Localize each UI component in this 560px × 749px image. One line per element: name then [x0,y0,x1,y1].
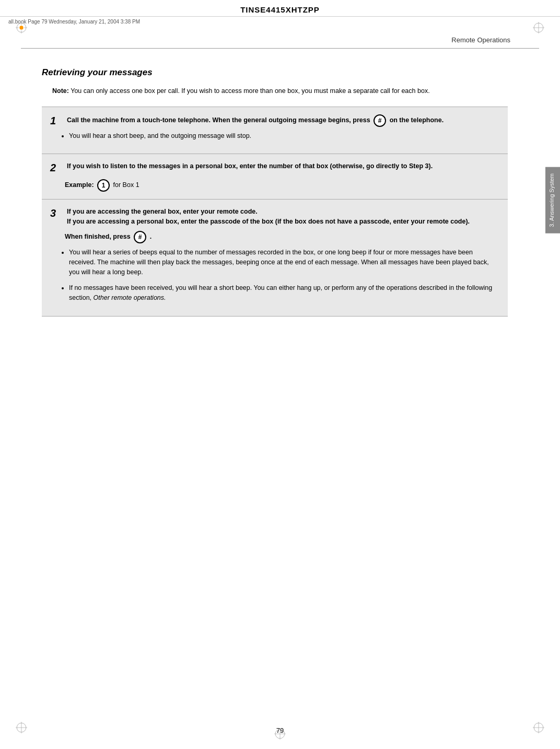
step-2-example: Example: 1 for Box 1 [65,179,497,192]
step-1-number: 1 [50,114,65,127]
example-icon: 1 [97,179,110,192]
step-1-text-before-icon: Call the machine from a touch-tone telep… [67,116,370,124]
reg-mark-bc [274,728,286,740]
main-content: Retrieving your messages Note: You can o… [0,49,539,327]
step-3-line2: If you are accessing a personal box, ent… [67,217,470,227]
step-2-text: If you wish to listen to the messages in… [67,161,433,171]
note-bold-label: Note: [52,87,69,95]
example-label: Example: [65,181,94,189]
reg-mark-tr [533,22,544,33]
page-header: Remote Operations [21,27,539,49]
step-3-section: 3 If you are accessing the general box, … [42,200,508,315]
note-paragraph: Note: You can only access one box per ca… [52,86,508,96]
section-title: Retrieving your messages [42,67,508,78]
when-finished-prefix: When finished, press [65,233,131,240]
step-1-bullets: You will hear a short beep, and the outg… [69,131,497,141]
step-3-bullet-2: If no messages have been received, you w… [69,283,497,303]
steps-box: 1 Call the machine from a touch-tone tel… [42,107,508,317]
example-text: for Box 1 [113,181,139,189]
reg-mark-tl [16,22,27,33]
step-3-line1: If you are accessing the general box, en… [67,207,470,217]
step-1-header: 1 Call the machine from a touch-tone tel… [50,114,497,127]
step-3-bullet-1: You will hear a series of beeps equal to… [69,248,497,278]
step-2-header: 2 If you wish to listen to the messages … [50,161,497,174]
step-2-section: 2 If you wish to listen to the messages … [42,154,508,200]
other-remote-ops-italic: Other remote operations. [94,294,166,301]
when-finished-icon: # [134,231,146,243]
step-1-hash-icon: # [374,114,386,127]
reg-mark-br [533,722,544,733]
step-2-number: 2 [50,161,65,174]
when-finished-line: When finished, press # . [65,231,497,243]
note-text: You can only access one box per call. If… [69,87,430,95]
step-1-bullet-1: You will hear a short beep, and the outg… [69,131,497,141]
step-3-number: 3 [50,207,65,219]
reg-mark-bl [16,722,27,733]
step-3-text-block: If you are accessing the general box, en… [67,207,470,227]
step-3-header: 3 If you are accessing the general box, … [50,207,497,227]
document-title: TINSE4415XHTZPP [0,0,560,17]
step-1-text: Call the machine from a touch-tone telep… [67,114,444,127]
section-tab: 3. Answering System [545,167,560,233]
when-finished-suffix: . [150,233,151,240]
svg-point-10 [19,26,23,29]
step-1-section: 1 Call the machine from a touch-tone tel… [42,107,508,154]
file-info: all.book Page 79 Wednesday, January 21, … [0,17,560,27]
step-3-bullets: You will hear a series of beeps equal to… [69,248,497,303]
step-1-text-after-icon: on the telephone. [390,116,444,124]
